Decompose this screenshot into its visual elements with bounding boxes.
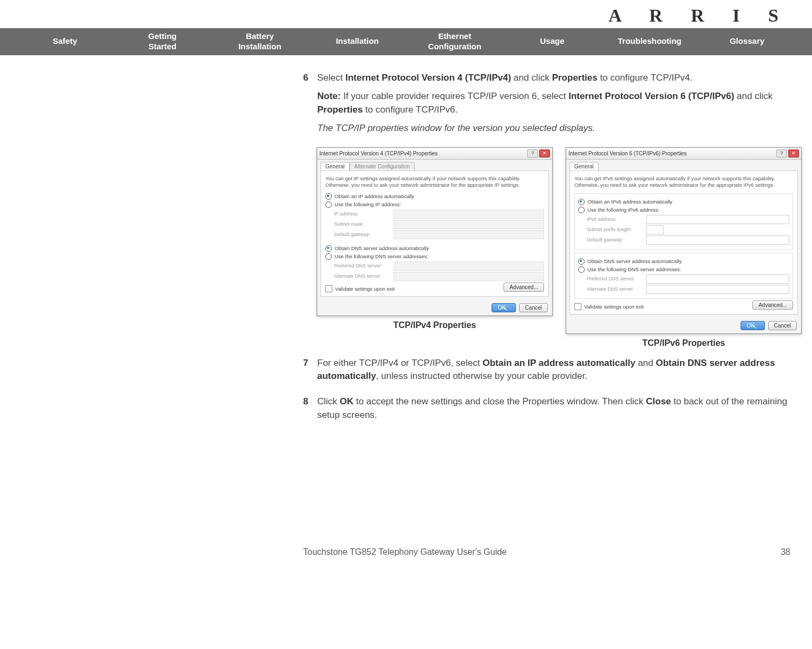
ipv6-caption: TCP/IPv6 Properties — [643, 338, 725, 348]
dialog-title-text: Internet Protocol Version 6 (TCP/IPv6) P… — [568, 150, 686, 156]
step-6-note: Note: If your cable provider requires TC… — [317, 90, 801, 116]
radio-use-following-ip[interactable]: Use the following IP address: — [325, 201, 544, 208]
dialog-description: You can get IP settings assigned automat… — [325, 175, 544, 189]
field-alternate-dns: Alternate DNS server: — [587, 285, 789, 294]
page-footer: Touchstone TG852 Telephony Gateway User'… — [0, 547, 812, 568]
radio-obtain-ipv6-auto[interactable]: Obtain an IPv6 address automatically — [578, 199, 789, 205]
footer-title: Touchstone TG852 Telephony Gateway User'… — [303, 547, 507, 557]
page-content: 6 Select Internet Protocol Version 4 (TC… — [0, 55, 812, 440]
step-6-result: The TCP/IP properties window for the ver… — [317, 122, 801, 135]
field-alternate-dns: Alternate DNS server: — [334, 272, 544, 281]
close-icon[interactable]: ✕ — [788, 149, 799, 158]
cursor-icon: ↖ — [752, 324, 757, 330]
dialog-titlebar: Internet Protocol Version 6 (TCP/IPv6) P… — [566, 148, 801, 160]
nav-glossary[interactable]: Glossary — [698, 36, 796, 47]
help-icon[interactable]: ? — [776, 149, 787, 158]
cancel-button[interactable]: Cancel — [768, 321, 797, 330]
field-preferred-dns: Preferred DNS server: — [587, 274, 789, 284]
advanced-button[interactable]: Advanced... — [752, 300, 793, 310]
radio-obtain-dns-auto[interactable]: Obtain DNS server address automatically — [578, 258, 789, 265]
close-icon[interactable]: ✕ — [539, 149, 550, 158]
cancel-button[interactable]: Cancel — [519, 303, 548, 312]
step-7: 7 For either TCP/IPv4 or TCP/IPv6, selec… — [303, 357, 801, 389]
radio-use-following-dns[interactable]: Use the following DNS server addresses: — [578, 266, 789, 273]
nav-ethernet-configuration[interactable]: Ethernet Configuration — [406, 31, 503, 52]
advanced-button[interactable]: Advanced... — [503, 283, 544, 292]
cursor-icon: ↖ — [503, 306, 508, 312]
tab-alternate-configuration[interactable]: Alternate Configuration — [350, 162, 415, 171]
tab-general[interactable]: General — [569, 162, 599, 171]
nav-battery-installation[interactable]: Battery Installation — [211, 31, 309, 52]
dialog-title-text: Internet Protocol Version 4 (TCP/IPv4) P… — [319, 150, 437, 156]
top-nav: Safety Getting Started Battery Installat… — [0, 28, 812, 55]
field-subnet-mask: Subnet mask: — [334, 220, 544, 229]
step-8: 8 Click OK to accept the new settings an… — [303, 395, 801, 427]
radio-use-following-dns[interactable]: Use the following DNS server addresses: — [325, 253, 544, 260]
page-number: 38 — [781, 547, 790, 557]
field-ipv6-address: IPv6 address: — [587, 215, 789, 224]
field-subnet-prefix-length: Subnet prefix length: — [587, 225, 789, 234]
ok-button[interactable]: OK↖ — [741, 321, 764, 330]
ok-button[interactable]: OK↖ — [492, 303, 515, 312]
field-default-gateway: Default gateway: — [334, 230, 544, 239]
ipv4-properties-dialog: Internet Protocol Version 4 (TCP/IPv4) P… — [317, 147, 553, 316]
dialog-titlebar: Internet Protocol Version 4 (TCP/IPv4) P… — [317, 148, 552, 160]
nav-troubleshooting[interactable]: Troubleshooting — [601, 36, 698, 47]
brand-logo: A R R I S — [0, 0, 812, 28]
help-icon[interactable]: ? — [527, 149, 538, 158]
field-preferred-dns: Preferred DNS server: — [334, 261, 544, 271]
step-7-text: For either TCP/IPv4 or TCP/IPv6, select … — [317, 357, 801, 383]
step-8-text: Click OK to accept the new settings and … — [317, 395, 801, 422]
step-number: 8 — [303, 395, 317, 427]
ipv6-properties-dialog: Internet Protocol Version 6 (TCP/IPv6) P… — [566, 147, 802, 334]
step-number: 7 — [303, 357, 317, 389]
nav-getting-started[interactable]: Getting Started — [114, 31, 211, 52]
radio-obtain-dns-auto[interactable]: Obtain DNS server address automatically — [325, 245, 544, 252]
step-6: 6 Select Internet Protocol Version 4 (TC… — [303, 71, 801, 141]
ipv4-caption: TCP/IPv4 Properties — [394, 320, 476, 330]
dialog-description: You can get IPv6 settings assigned autom… — [574, 175, 793, 189]
nav-usage[interactable]: Usage — [503, 36, 601, 47]
field-ip-address: IP address: — [334, 209, 544, 219]
radio-obtain-ip-auto[interactable]: Obtain an IP address automatically — [325, 193, 544, 200]
radio-use-following-ipv6[interactable]: Use the following IPv6 address: — [578, 207, 789, 213]
nav-safety[interactable]: Safety — [16, 36, 114, 47]
field-default-gateway: Default gateway: — [587, 235, 789, 245]
dialog-screenshots: Internet Protocol Version 4 (TCP/IPv4) P… — [317, 147, 801, 348]
nav-installation[interactable]: Installation — [309, 36, 406, 47]
step-number: 6 — [303, 71, 317, 141]
tab-general[interactable]: General — [320, 162, 350, 171]
step-6-text-1: Select Internet Protocol Version 4 (TCP/… — [317, 71, 801, 85]
